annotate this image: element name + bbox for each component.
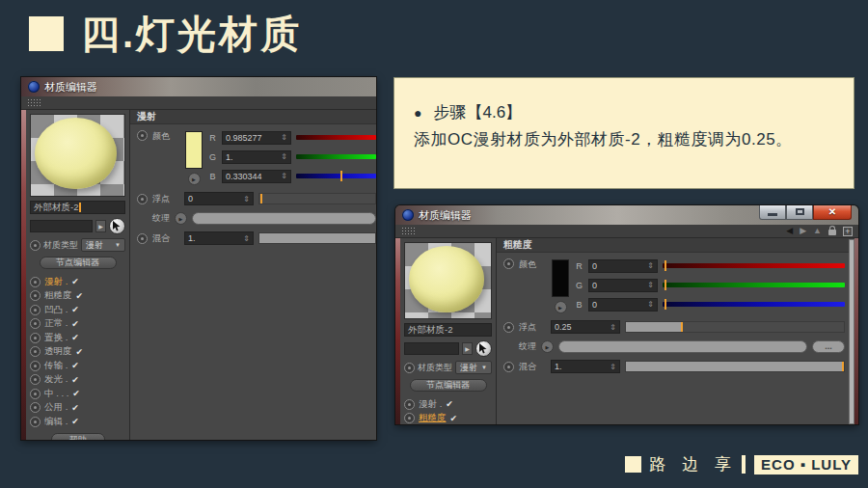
slider-handle[interactable] [260, 194, 262, 203]
spinner-icon[interactable]: ⇕ [243, 195, 250, 203]
channel-item[interactable]: 正常 .✔ [30, 318, 125, 330]
channel-toggle-icon[interactable] [30, 402, 41, 413]
gradient-slider[interactable] [663, 302, 845, 307]
channel-item[interactable]: 传输 .✔ [30, 360, 125, 371]
value-input[interactable]: 0.330344⇕ [222, 170, 291, 183]
material-preview[interactable] [404, 242, 492, 319]
gradient-slider[interactable] [296, 174, 376, 178]
material-name-input[interactable]: 外部材质-2 [404, 323, 492, 337]
radio-icon[interactable] [404, 363, 415, 373]
value-input[interactable]: 1.⇕ [222, 150, 291, 164]
spinner-icon[interactable]: ⇕ [281, 172, 287, 180]
color-swatch[interactable] [552, 259, 569, 297]
material-type-dropdown[interactable]: 漫射 ▼ [81, 238, 125, 252]
channel-item[interactable]: 中 . . .✔ [30, 388, 125, 399]
spinner-icon[interactable]: ⇕ [610, 363, 616, 371]
channel-toggle-icon[interactable] [30, 389, 41, 399]
node-editor-button[interactable]: 节点编辑器 [410, 379, 487, 392]
channel-toggle-icon[interactable] [30, 417, 41, 427]
channel-toggle-icon[interactable] [404, 413, 415, 423]
float-slider[interactable] [625, 321, 845, 333]
material-name-input[interactable]: 外部材质-2 [30, 201, 125, 214]
spinner-icon[interactable]: ⇕ [647, 300, 654, 309]
slider-handle[interactable] [665, 260, 666, 271]
expand-button[interactable]: ▶ [462, 342, 473, 355]
texture-expand-icon[interactable]: ▶ [541, 340, 554, 353]
texture-browse-button[interactable]: ... [812, 340, 845, 353]
grid-dots-icon[interactable] [27, 98, 41, 107]
link-field[interactable] [404, 342, 459, 355]
spinner-icon[interactable]: ⇕ [281, 133, 287, 142]
channel-item[interactable]: 粗糙度✔ [30, 290, 125, 302]
gradient-slider[interactable] [663, 283, 845, 287]
material-preview[interactable] [30, 114, 125, 197]
channel-item[interactable]: 置换 .✔ [30, 332, 125, 343]
value-input[interactable]: 0⇕ [588, 279, 658, 292]
channel-toggle-icon[interactable] [30, 318, 41, 329]
gradient-slider[interactable] [296, 154, 376, 159]
radio-icon[interactable] [503, 258, 514, 269]
slider-handle[interactable] [842, 362, 844, 371]
slider-handle[interactable] [340, 171, 342, 181]
channel-toggle-icon[interactable] [30, 290, 41, 301]
channel-item[interactable]: 透明度✔ [30, 346, 125, 358]
pick-cursor-icon[interactable] [109, 218, 125, 234]
back-icon[interactable]: ◀ [786, 227, 793, 235]
channel-toggle-icon[interactable] [30, 346, 41, 357]
gradient-slider[interactable] [296, 135, 376, 140]
add-icon[interactable]: + [843, 227, 853, 236]
pick-cursor-icon[interactable] [475, 340, 492, 357]
slider-handle[interactable] [681, 322, 683, 332]
slider-handle[interactable] [665, 299, 666, 310]
channel-item[interactable]: 发光 .✔ [30, 374, 125, 386]
slider-handle[interactable] [665, 280, 666, 290]
color-swatch[interactable] [185, 131, 203, 169]
float-value-input[interactable]: 0.25 ⇕ [551, 320, 620, 334]
texture-expand-icon[interactable]: ▶ [175, 212, 187, 225]
float-slider[interactable] [258, 193, 376, 204]
channel-item[interactable]: 编辑 .✔ [30, 416, 125, 427]
channel-toggle-icon[interactable] [30, 374, 41, 385]
lock-icon[interactable] [828, 230, 836, 235]
expand-button[interactable]: ▶ [95, 220, 106, 232]
texture-slot[interactable] [192, 212, 376, 225]
radio-icon[interactable] [30, 240, 41, 251]
radio-icon[interactable] [137, 233, 148, 244]
node-editor-button[interactable]: 节点编辑器 [40, 257, 117, 269]
channel-toggle-icon[interactable] [404, 399, 415, 410]
channel-item[interactable]: 漫射 .✔ [30, 276, 125, 287]
channel-toggle-icon[interactable] [30, 333, 41, 343]
material-type-dropdown[interactable]: 漫射 ▼ [455, 361, 492, 374]
channel-item[interactable]: 粗糙度✔ [404, 413, 492, 424]
channel-toggle-icon[interactable] [30, 305, 41, 315]
spinner-icon[interactable]: ⇕ [281, 152, 287, 161]
radio-icon[interactable] [137, 130, 148, 141]
channel-item[interactable]: 凹凸 .✔ [30, 304, 125, 315]
mix-value-input[interactable]: 1. ⇕ [551, 360, 620, 373]
spinner-icon[interactable]: ⇕ [610, 323, 616, 332]
maximize-button[interactable] [786, 205, 813, 220]
radio-icon[interactable] [503, 362, 514, 372]
spinner-icon[interactable]: ⇕ [647, 281, 654, 289]
channel-item[interactable]: 漫射 .✔ [404, 398, 492, 410]
value-input[interactable]: 0.985277⇕ [222, 131, 291, 145]
spinner-icon[interactable]: ⇕ [243, 234, 250, 243]
forward-icon[interactable]: ▶ [800, 227, 806, 235]
float-value-input[interactable]: 0 ⇕ [184, 192, 254, 205]
link-field[interactable] [30, 220, 93, 232]
radio-icon[interactable] [503, 322, 514, 333]
channel-toggle-icon[interactable] [30, 277, 41, 287]
value-input[interactable]: 0⇕ [588, 259, 658, 273]
expand-circle-icon[interactable]: ▶ [555, 301, 567, 313]
window-titlebar[interactable]: 材质编辑器 ✕ [395, 205, 858, 225]
mix-value-input[interactable]: 1. ⇕ [184, 231, 254, 245]
close-button[interactable]: ✕ [813, 205, 852, 220]
up-icon[interactable]: ▲ [813, 227, 822, 235]
vertical-scrollbar[interactable] [849, 239, 854, 424]
channel-item[interactable]: 公用 .✔ [30, 402, 125, 414]
minimize-button[interactable] [759, 205, 786, 220]
spinner-icon[interactable]: ⇕ [647, 261, 654, 270]
texture-slot[interactable] [558, 340, 807, 353]
expand-circle-icon[interactable]: ▶ [188, 173, 201, 185]
mix-slider[interactable] [625, 361, 845, 372]
